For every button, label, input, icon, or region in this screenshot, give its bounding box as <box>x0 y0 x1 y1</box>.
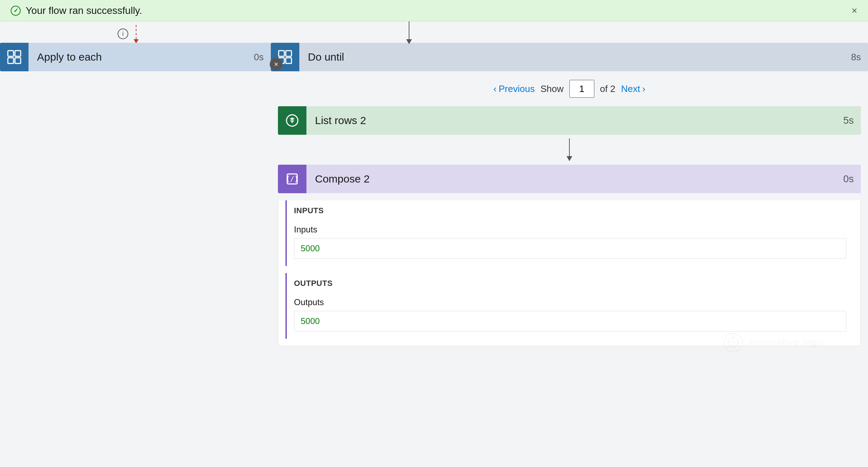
svg-rect-7 <box>286 58 291 63</box>
do-until-duration: 8s <box>844 52 868 63</box>
inputs-field-label: Inputs <box>294 225 846 235</box>
watermark: innovative logic <box>271 332 847 353</box>
list-rows-svg <box>284 113 300 128</box>
pagination-bar: ‹ Previous Show of 2 Next › <box>271 71 868 106</box>
outputs-field-label: Outputs <box>294 297 846 307</box>
chevron-left-icon: ‹ <box>494 83 497 94</box>
list-rows-duration: 5s <box>843 115 861 126</box>
apply-each-svg <box>6 49 22 65</box>
compose-icon: {/} <box>278 165 306 193</box>
list-rows-header: List rows 2 5s <box>278 106 861 135</box>
previous-button[interactable]: ‹ Previous <box>494 83 535 94</box>
compose-label: Compose 2 <box>306 173 843 185</box>
left-panel: i <box>0 21 271 467</box>
outputs-field-value: 5000 <box>294 311 846 332</box>
page-number-input[interactable] <box>569 80 594 98</box>
apply-to-each-icon <box>0 43 29 71</box>
svg-rect-1 <box>15 51 21 56</box>
list-rows-label: List rows 2 <box>306 114 843 127</box>
svg-text:{/}: {/} <box>286 174 299 183</box>
compose-detail-panel: INPUTS Inputs 5000 OUTPUTS Outputs 5000 <box>278 200 861 346</box>
list-rows-icon <box>278 106 306 135</box>
inputs-section-header: INPUTS <box>287 200 853 221</box>
next-button[interactable]: Next › <box>621 83 645 94</box>
chevron-right-icon: › <box>642 83 646 94</box>
do-until-bar[interactable]: Do until 8s <box>271 43 868 71</box>
inputs-section: INPUTS Inputs 5000 <box>285 200 853 266</box>
apply-to-each-label: Apply to each <box>29 51 247 63</box>
dashed-arrow-connector <box>134 25 139 43</box>
close-banner-button[interactable]: × <box>852 6 857 16</box>
compose-duration: 0s <box>843 173 861 185</box>
watermark-icon <box>723 332 744 353</box>
success-message: Your flow ran successfully. <box>26 5 142 16</box>
success-icon <box>11 6 21 16</box>
close-circle-button[interactable]: × <box>270 58 283 71</box>
compose-svg: {/} <box>284 171 300 187</box>
watermark-text: innovative logic <box>750 337 825 348</box>
outputs-section: OUTPUTS Outputs 5000 <box>285 273 853 339</box>
outputs-section-header: OUTPUTS <box>287 273 853 294</box>
svg-rect-0 <box>8 51 14 56</box>
compose-header: {/} Compose 2 0s <box>278 165 861 193</box>
svg-rect-5 <box>286 51 291 56</box>
apply-to-each-bar[interactable]: Apply to each 0s <box>0 43 271 71</box>
apply-to-each-duration: 0s <box>247 52 271 63</box>
inputs-field: Inputs 5000 <box>287 221 853 266</box>
show-label: Show <box>541 83 564 94</box>
svg-rect-4 <box>279 51 284 56</box>
compose-card[interactable]: {/} Compose 2 0s INPUTS Inputs 5000 <box>278 165 861 346</box>
info-icon[interactable]: i <box>118 29 128 39</box>
success-banner: Your flow ran successfully. × <box>0 0 868 21</box>
of-text: of 2 <box>600 83 615 94</box>
top-arrow-right <box>406 21 412 44</box>
right-panel-content: ‹ Previous Show of 2 Next › <box>271 71 868 467</box>
mid-arrow-connector <box>271 135 868 165</box>
inputs-field-value: 5000 <box>294 238 846 259</box>
canvas: i Apply to each 0s × <box>0 21 868 467</box>
list-rows-card[interactable]: List rows 2 5s <box>278 106 861 135</box>
do-until-label: Do until <box>299 51 844 63</box>
next-label: Next <box>621 83 640 94</box>
svg-rect-2 <box>8 58 14 63</box>
svg-rect-3 <box>15 58 21 63</box>
previous-label: Previous <box>498 83 534 94</box>
